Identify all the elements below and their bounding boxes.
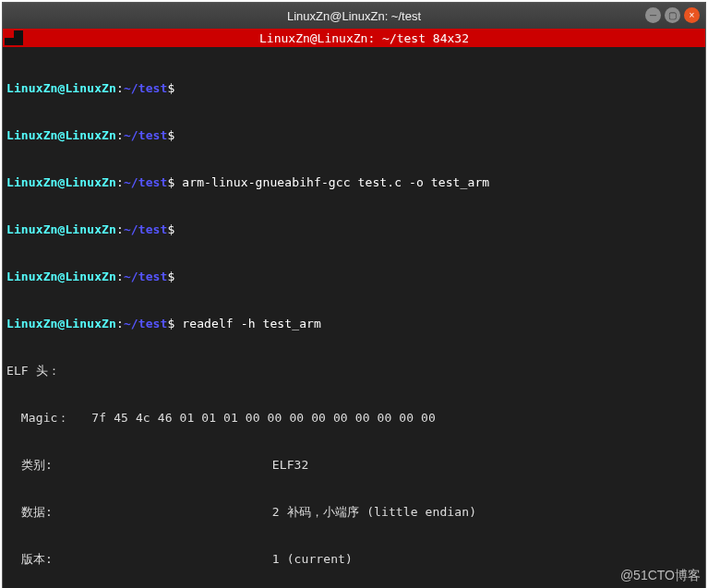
minimize-button[interactable]: ─ <box>645 7 661 23</box>
prompt-line: LinuxZn@LinuxZn:~/test$ <box>6 222 702 237</box>
terminal-window: LinuxZn@LinuxZn: ~/test ─ ▢ × LinuxZn@Li… <box>2 2 706 588</box>
close-button[interactable]: × <box>684 7 700 23</box>
command-input: arm-linux-gnueabihf-gcc test.c -o test_a… <box>182 175 489 189</box>
prompt-user: LinuxZn <box>6 81 58 95</box>
output-line: 版本: 1 (current) <box>6 551 702 567</box>
tabbar: LinuxZn@LinuxZn: ~/test 84x32 <box>3 29 705 47</box>
output-line: 类别: ELF32 <box>6 457 702 473</box>
prompt-line: LinuxZn@LinuxZn:~/test$ arm-linux-gnueab… <box>6 174 702 190</box>
window-controls: ─ ▢ × <box>645 7 700 23</box>
output-line: ELF 头： <box>6 363 702 378</box>
prompt-line: LinuxZn@LinuxZn:~/test$ readelf -h test_… <box>6 316 702 331</box>
prompt-line: LinuxZn@LinuxZn:~/test$ <box>6 127 702 143</box>
prompt-line: LinuxZn@LinuxZn:~/test$ <box>6 80 702 96</box>
output-line: 数据: 2 补码，小端序 (little endian) <box>6 504 702 520</box>
command-input: readelf -h test_arm <box>182 317 321 330</box>
output-line: Magic： 7f 45 4c 46 01 01 01 00 00 00 00 … <box>6 410 702 426</box>
terminal-body[interactable]: LinuxZn@LinuxZn:~/test$ LinuxZn@LinuxZn:… <box>3 47 705 588</box>
maximize-button[interactable]: ▢ <box>665 7 680 23</box>
watermark: @51CTO博客 <box>620 568 701 584</box>
tab-title: LinuxZn@LinuxZn: ~/test 84x32 <box>23 31 705 45</box>
titlebar: LinuxZn@LinuxZn: ~/test ─ ▢ × <box>3 3 705 29</box>
split-indicator-icon[interactable] <box>5 30 23 45</box>
prompt-line: LinuxZn@LinuxZn:~/test$ <box>6 269 702 284</box>
window-title: LinuxZn@LinuxZn: ~/test <box>287 9 421 23</box>
